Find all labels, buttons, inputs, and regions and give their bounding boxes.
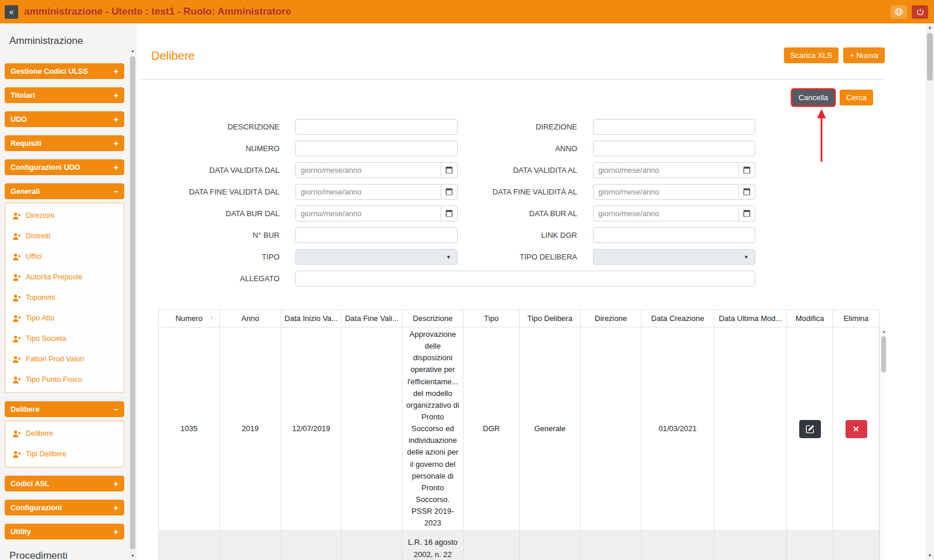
column-header-direzione[interactable]: Direzione [581, 310, 642, 327]
sort-ascending-icon[interactable]: ↑ [210, 314, 213, 322]
sidebar-item-toponimi[interactable]: Toponimi [5, 288, 124, 308]
data-validita-al-input[interactable] [593, 162, 739, 178]
link-dgr-input[interactable] [593, 227, 755, 243]
column-header-data-fine[interactable]: Data Fine Vali... [342, 310, 403, 327]
nuova-button[interactable]: + Nuova [843, 47, 885, 63]
n-bur-input[interactable] [295, 227, 458, 243]
sidebar-item-tipo-punto-fisico[interactable]: Tipo Punto Fisico [5, 370, 124, 390]
sidebar-section-configurazioni[interactable]: Configurazioni + [5, 500, 124, 515]
column-header-elimina: Elimina [833, 310, 880, 327]
sidebar-section-utility[interactable]: Utility + [5, 524, 124, 539]
topbar-actions [891, 5, 928, 19]
calendar-button[interactable] [739, 162, 755, 178]
caret-down-icon: ▼ [446, 254, 451, 260]
sidebar-section-titolari[interactable]: Titolari + [5, 87, 124, 103]
scroll-up-icon[interactable]: ▲ [129, 47, 137, 55]
table-row[interactable]: 1035 2019 12/07/2019 Approvazione delle … [159, 327, 880, 531]
column-header-numero[interactable]: Numero ↑ [159, 310, 220, 327]
user-plus-icon [12, 253, 21, 261]
sidebar-scrollbar[interactable]: ▲ ▼ [129, 47, 137, 560]
label-direzione: DIREZIONE [473, 122, 577, 131]
data-fine-validita-al-input[interactable] [593, 184, 739, 200]
sidebar-section-codici-asl[interactable]: Codici ASL + [5, 476, 124, 491]
calendar-button[interactable] [441, 184, 458, 200]
data-validita-dal-input[interactable] [295, 162, 441, 178]
allegato-input[interactable] [295, 271, 755, 286]
sidebar-item-fattori-prod-valori[interactable]: Fattori Prod Valori [5, 349, 124, 370]
generali-submenu: Direzioni Distretti Uffici Autorita Prep… [5, 203, 124, 393]
calendar-button[interactable] [441, 206, 458, 221]
cell-tipo: DGR [463, 327, 520, 531]
column-header-tipo[interactable]: Tipo [463, 310, 520, 327]
data-fine-validita-dal-input[interactable] [295, 184, 441, 200]
column-header-data-ultima-modifica[interactable]: Data Ultima Mod... [714, 310, 787, 327]
column-header-tipo-delibera[interactable]: Tipo Delibera [520, 310, 581, 327]
column-header-descrizione[interactable]: Descrizione [403, 310, 463, 327]
label-anno: ANNO [473, 144, 577, 153]
x-icon: ✕ [853, 425, 860, 433]
page-scrollbar[interactable]: ▲ ▼ [926, 23, 934, 560]
cell-direzione [581, 327, 642, 531]
table-scrollbar[interactable]: ▲ [880, 327, 887, 560]
cell-numero: 1035 [159, 327, 220, 531]
user-plus-icon [12, 430, 21, 438]
cell-data-inizio: 12/07/2019 [281, 327, 342, 531]
page-scrollbar-thumb[interactable] [927, 33, 933, 81]
descrizione-input[interactable] [295, 119, 458, 135]
scroll-up-icon[interactable]: ▲ [926, 23, 934, 32]
sidebar-item-direzioni[interactable]: Direzioni [5, 206, 124, 226]
column-header-anno[interactable]: Anno [220, 310, 281, 327]
calendar-icon [743, 166, 751, 174]
scroll-down-icon[interactable]: ▼ [926, 552, 934, 560]
scroll-down-icon[interactable]: ▼ [129, 552, 137, 560]
cerca-button[interactable]: Cerca [840, 90, 873, 105]
sidebar-section-udo[interactable]: UDO + [5, 111, 124, 127]
sidebar-collapse-button[interactable]: « [5, 5, 18, 19]
delibere-submenu: Delibere Tipi Delibere [5, 421, 124, 467]
sidebar-heading: Amministrazione [0, 23, 129, 55]
table-row[interactable]: L.R. 16 agosto 2002, n. 22 DGR n. 2501 [159, 531, 880, 560]
data-bur-dal-input[interactable] [295, 206, 441, 221]
user-plus-icon [12, 376, 21, 384]
sidebar-section-delibere[interactable]: Delibere − [5, 401, 124, 417]
sidebar-item-tipo-societa[interactable]: Tipo Societa [5, 329, 124, 349]
sidebar-item-distretti[interactable]: Distretti [5, 226, 124, 247]
table-scrollbar-thumb[interactable] [881, 336, 886, 373]
calendar-button[interactable] [739, 184, 755, 200]
cell-data-inizio [281, 531, 342, 560]
main-content: Delibere Scarica XLS + Nuova Cancella Ce… [137, 23, 926, 560]
column-header-data-inizio[interactable]: Data Inizio Va... [281, 310, 342, 327]
label-data-fine-validita-al: DATA FINE VALIDITÀ AL [473, 187, 577, 196]
calendar-button[interactable] [739, 206, 755, 221]
sidebar-item-delibere[interactable]: Delibere [5, 424, 124, 444]
sidebar-section-gestione-codici-ulss[interactable]: Gestione Codici ULSS + [5, 63, 124, 79]
sidebar-item-tipi-delibere[interactable]: Tipi Delibere [5, 444, 124, 465]
tipo-delibera-select[interactable]: ▼ [593, 249, 755, 265]
cancella-button[interactable]: Cancella [792, 90, 835, 105]
sidebar-item-tipo-atto[interactable]: Tipo Atto [5, 308, 124, 329]
language-button[interactable] [891, 5, 907, 19]
sidebar-item-autorita-preposte[interactable]: Autorita Preposte [5, 267, 124, 288]
column-header-data-creazione[interactable]: Data Creazione [642, 310, 714, 327]
edit-button[interactable] [799, 420, 821, 438]
scroll-up-icon[interactable]: ▲ [880, 327, 887, 335]
scarica-xls-button[interactable]: Scarica XLS [784, 47, 839, 63]
logout-button[interactable] [912, 5, 928, 19]
delete-button[interactable]: ✕ [846, 420, 867, 438]
calendar-button[interactable] [441, 162, 458, 178]
user-plus-icon [12, 315, 21, 322]
anno-input[interactable] [593, 141, 755, 156]
sidebar-item-uffici[interactable]: Uffici [5, 247, 124, 267]
sidebar-section-requisiti[interactable]: Requisiti + [5, 135, 124, 151]
direzione-input[interactable] [593, 119, 755, 135]
label-numero: NUMERO [137, 144, 279, 153]
numero-input[interactable] [295, 141, 458, 156]
user-plus-icon [12, 335, 21, 343]
data-bur-al-input[interactable] [593, 206, 739, 221]
user-plus-icon [12, 212, 21, 220]
tipo-select[interactable]: ▼ [295, 249, 458, 265]
sidebar-scrollbar-thumb[interactable] [130, 56, 135, 549]
sidebar-section-configurazioni-udo[interactable]: Configurazioni UDO + [5, 159, 124, 175]
sidebar-section-generali[interactable]: Generali − [5, 183, 124, 199]
label-data-fine-validita-dal: DATA FINE VALIDITÀ DAL [137, 187, 279, 196]
